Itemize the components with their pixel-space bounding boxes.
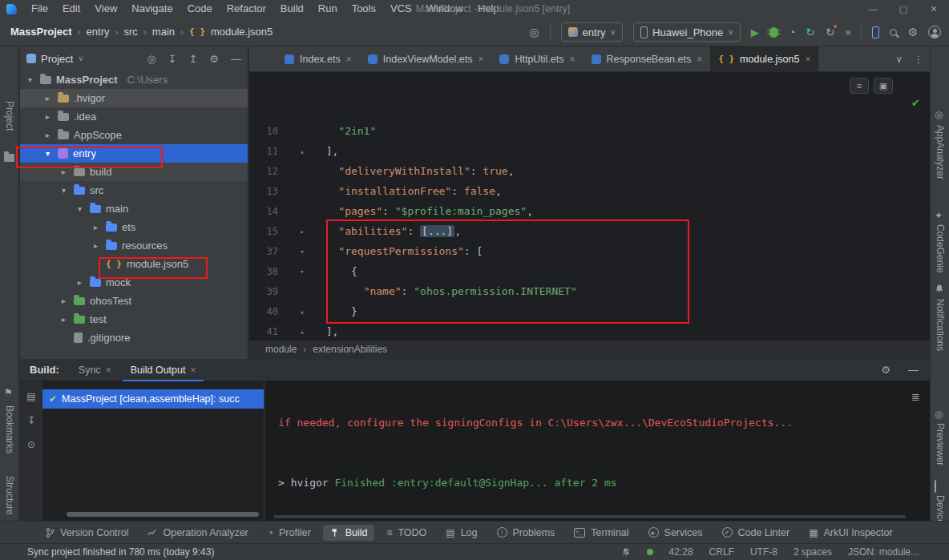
chevron-right-icon[interactable]: ▸ <box>91 241 101 250</box>
build-pin-icon[interactable]: ⊙ <box>27 439 35 450</box>
toolbar-log[interactable]: ▤ Log <box>438 525 484 541</box>
project-view-selector[interactable]: Project <box>41 53 73 65</box>
breadcrumb-file[interactable]: module.json5 <box>211 26 273 38</box>
maximize-button[interactable]: ▢ <box>888 0 919 18</box>
sync-button[interactable]: ↻ <box>806 26 815 38</box>
folded-region[interactable]: [...] <box>420 225 454 237</box>
build-export-icon[interactable]: ↧ <box>27 415 35 426</box>
tab-httputil-ets[interactable]: HttpUtil.ets × <box>491 46 583 72</box>
code-editor[interactable]: 10 "2in1" 11▴ ], 12 "deliveryWithInstall… <box>249 73 930 340</box>
tree-item-module-json5[interactable]: { } module.json5 <box>20 255 248 273</box>
tree-item-idea[interactable]: ▸ .idea <box>20 107 248 126</box>
toolbar-build[interactable]: Build <box>323 525 375 541</box>
hot-reload-button[interactable]: ↻ <box>826 26 835 38</box>
fold-marker[interactable]: ▾ <box>291 268 313 276</box>
fold-marker[interactable]: ▾ <box>291 248 313 256</box>
menu-code[interactable]: Code <box>180 0 220 18</box>
menu-refactor[interactable]: Refactor <box>220 0 273 18</box>
settings-gear-icon[interactable]: ⚙ <box>907 26 918 38</box>
menu-tools[interactable]: Tools <box>345 0 383 18</box>
horizontal-scrollbar[interactable] <box>273 515 906 518</box>
target-locate-icon[interactable]: ◎ <box>529 26 539 38</box>
tree-item-gitignore[interactable]: .gitignore <box>20 328 248 347</box>
toolbar-version-control[interactable]: Version Control <box>38 525 135 541</box>
close-tab-icon[interactable]: × <box>478 54 483 65</box>
project-folder-icon[interactable] <box>4 154 14 162</box>
menu-edit[interactable]: Edit <box>55 0 87 18</box>
code-line[interactable]: 14 "pages": "$profile:main_pages", <box>249 201 930 221</box>
chevron-down-icon[interactable]: ▾ <box>75 204 85 213</box>
horizontal-scrollbar[interactable] <box>67 512 259 517</box>
close-tab-icon[interactable]: × <box>346 54 352 65</box>
tree-item-main[interactable]: ▾ main <box>20 199 248 218</box>
code-line[interactable]: 40▴ } <box>249 301 930 321</box>
fold-marker[interactable]: ▴ <box>291 308 313 316</box>
toolbar-terminal[interactable]: >_ Terminal <box>567 525 636 541</box>
soft-wrap-icon[interactable]: ≣ <box>911 391 920 403</box>
notifications-bell-icon[interactable] <box>935 284 944 293</box>
indent-setting[interactable]: 2 spaces <box>794 546 832 558</box>
code-line[interactable]: 10 "2in1" <box>249 121 930 141</box>
chevron-right-icon[interactable]: ▸ <box>42 131 53 139</box>
toolbar-todo[interactable]: ≡ TODO <box>379 525 434 541</box>
code-line[interactable]: 38▾ { <box>249 261 930 281</box>
breadcrumb-extension-abilities[interactable]: extensionAbilities <box>313 344 387 355</box>
tree-item-build[interactable]: ▸ build <box>20 163 248 181</box>
caret-position[interactable]: 42:28 <box>669 546 693 558</box>
code-line[interactable]: 12 "deliveryWithInstall": true, <box>249 161 930 181</box>
menu-navigate[interactable]: Navigate <box>124 0 180 18</box>
tree-item-appscope[interactable]: ▸ AppScope <box>20 126 248 144</box>
tree-item-src[interactable]: ▾ src <box>20 181 248 199</box>
tree-item-massproject[interactable]: ▾ MassProject C:\Users <box>20 71 248 89</box>
toolbar-profiler[interactable]: ◔ Profiler <box>260 525 318 541</box>
tree-item-ohostest[interactable]: ▸ ohosTest <box>20 292 248 310</box>
chevron-right-icon[interactable]: ▸ <box>75 278 85 287</box>
bookmark-flag-icon[interactable]: ⚑ <box>4 387 13 398</box>
menu-vcs[interactable]: VCS <box>383 0 419 18</box>
chevron-right-icon[interactable]: ▸ <box>91 223 101 232</box>
tree-item-ets[interactable]: ▸ ets <box>20 218 248 236</box>
build-filter-icon[interactable]: ▤ <box>26 391 35 402</box>
tool-tab-codegenie[interactable]: CodeGenie <box>935 224 946 273</box>
editor-menu-icon[interactable]: ≡ <box>850 78 869 94</box>
close-tab-icon[interactable]: × <box>106 365 111 376</box>
chevron-right-icon[interactable]: ▸ <box>59 296 69 305</box>
toolbar-code-linter[interactable]: ✔ Code Linter <box>715 525 798 541</box>
build-result-item[interactable]: ✔ MassProject [clean,assembleHap]: succ <box>42 389 264 409</box>
toolbar-services[interactable]: ▶ Services <box>641 525 710 541</box>
breadcrumb-module[interactable]: module <box>265 344 297 355</box>
close-button[interactable]: ✕ <box>919 0 949 18</box>
tool-tab-bookmarks[interactable]: Bookmarks <box>4 405 15 453</box>
tab-indexviewmodel-ets[interactable]: IndexViewModel.ets × <box>360 46 492 72</box>
hidden-tabs-icon[interactable]: ∨ <box>895 54 903 65</box>
close-tab-icon[interactable]: × <box>697 54 702 65</box>
hide-panel-icon[interactable]: — <box>231 53 241 65</box>
tool-tab-notifications[interactable]: Notifications <box>935 299 946 351</box>
editor-preview-icon[interactable]: ▣ <box>874 78 893 94</box>
chevron-right-icon[interactable]: ▸ <box>59 315 69 324</box>
fold-marker[interactable]: ▸ <box>291 228 313 236</box>
expand-all-icon[interactable]: ↥ <box>188 53 197 65</box>
locate-file-icon[interactable]: ◎ <box>147 53 155 65</box>
code-line[interactable]: 39 "name": "ohos.permission.INTERNET" <box>249 281 930 301</box>
codegenie-icon[interactable]: ✦ <box>935 210 943 221</box>
stop-button[interactable]: ■ <box>846 27 851 37</box>
notifications-muted-icon[interactable] <box>621 547 631 557</box>
breadcrumb-main[interactable]: main <box>152 26 175 38</box>
tab-module-json5[interactable]: { } module.json5 × <box>710 46 818 72</box>
hide-panel-icon[interactable]: — <box>908 364 919 376</box>
build-settings-gear-icon[interactable]: ⚙ <box>881 364 890 376</box>
tree-item-resources[interactable]: ▸ resources <box>20 236 248 255</box>
tab-responsebean-ets[interactable]: ResponseBean.ets × <box>584 46 711 72</box>
chevron-down-icon[interactable]: ▾ <box>59 186 69 195</box>
code-line[interactable]: 37▾ "requestPermissions": [ <box>249 241 930 261</box>
build-console[interactable]: if needed, configure the signingConfigs … <box>265 381 930 521</box>
breadcrumb-project[interactable]: MassProject <box>10 26 72 38</box>
tool-tab-previewer[interactable]: Previewer <box>935 423 946 465</box>
chevron-right-icon[interactable]: ▸ <box>42 94 53 103</box>
run-button[interactable]: ▶ <box>751 26 759 38</box>
device-manager-icon[interactable] <box>872 26 879 38</box>
tree-item-hvigor[interactable]: ▸ .hvigor <box>20 89 248 107</box>
code-line[interactable]: 15▸ "abilities": [...], <box>249 221 930 241</box>
app-analyzer-icon[interactable]: ◎ <box>935 109 943 120</box>
